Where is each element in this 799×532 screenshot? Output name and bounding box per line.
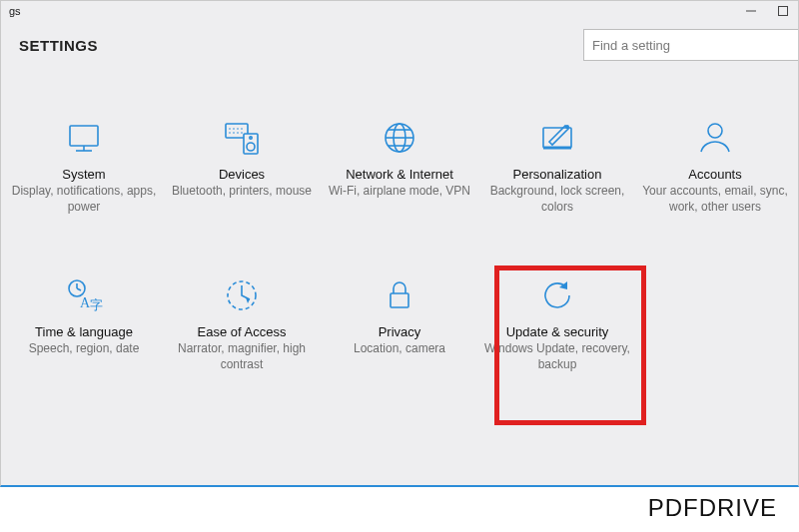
- settings-grid: System Display, notifications, apps, pow…: [1, 111, 798, 378]
- tile-title: Ease of Access: [198, 324, 287, 339]
- tile-desc: Narrator, magnifier, high contrast: [167, 341, 317, 372]
- tile-title: Update & security: [506, 324, 609, 339]
- time-language-icon: A 字: [63, 274, 105, 316]
- svg-text:字: 字: [90, 297, 103, 312]
- watermark: PDFDRIVE: [648, 494, 777, 522]
- maximize-button[interactable]: [774, 4, 792, 18]
- page-title: SETTINGS: [19, 37, 98, 54]
- tile-desc: Speech, region, date: [29, 341, 140, 357]
- tile-ease-of-access[interactable]: Ease of Access Narrator, magnifier, high…: [163, 268, 321, 378]
- tile-desc: Background, lock screen, colors: [482, 184, 632, 215]
- tile-desc: Bluetooth, printers, mouse: [172, 184, 312, 200]
- tile-privacy[interactable]: Privacy Location, camera: [321, 268, 478, 378]
- tile-time-language[interactable]: A 字 Time & language Speech, region, date: [5, 268, 163, 378]
- tile-desc: Windows Update, recovery, backup: [482, 341, 632, 372]
- tile-desc: Your accounts, email, sync, work, other …: [640, 184, 790, 215]
- tile-title: Accounts: [688, 167, 741, 182]
- tile-title: Personalization: [513, 167, 602, 182]
- titlebar: gs: [1, 1, 798, 21]
- tile-update-security[interactable]: Update & security Windows Update, recove…: [478, 268, 636, 378]
- tile-network[interactable]: Network & Internet Wi-Fi, airplane mode,…: [321, 111, 478, 221]
- keyboard-speaker-icon: [221, 117, 263, 159]
- tile-system[interactable]: System Display, notifications, apps, pow…: [5, 111, 163, 221]
- tile-title: Network & Internet: [346, 167, 453, 182]
- tile-personalization[interactable]: Personalization Background, lock screen,…: [478, 111, 636, 221]
- person-icon: [694, 117, 736, 159]
- svg-rect-2: [70, 126, 98, 146]
- svg-line-28: [77, 288, 81, 290]
- globe-icon: [379, 117, 420, 159]
- svg-point-24: [565, 125, 569, 129]
- svg-rect-1: [779, 7, 788, 16]
- update-icon: [536, 274, 578, 316]
- lock-icon: [379, 274, 420, 316]
- search-placeholder: Find a setting: [592, 38, 670, 53]
- tile-desc: Location, camera: [354, 341, 445, 357]
- tile-desc: Display, notifications, apps, power: [9, 184, 159, 215]
- svg-rect-33: [391, 293, 408, 307]
- ease-of-access-icon: [221, 274, 263, 316]
- tile-title: Devices: [219, 167, 265, 182]
- tile-devices[interactable]: Devices Bluetooth, printers, mouse: [163, 111, 321, 221]
- svg-marker-34: [559, 281, 567, 289]
- settings-window: gs SETTINGS Find a setting System Displa…: [0, 0, 799, 487]
- minimize-button[interactable]: [742, 4, 760, 18]
- tile-title: System: [62, 167, 105, 182]
- tile-desc: Wi-Fi, airplane mode, VPN: [329, 184, 470, 200]
- paint-icon: [536, 117, 578, 159]
- window-controls: [742, 4, 792, 18]
- search-input[interactable]: Find a setting: [583, 29, 798, 61]
- display-icon: [63, 117, 105, 159]
- svg-point-25: [708, 124, 722, 138]
- window-title-fragment: gs: [7, 5, 21, 17]
- header-row: SETTINGS Find a setting: [1, 21, 798, 61]
- tile-title: Privacy: [379, 324, 421, 339]
- tile-accounts[interactable]: Accounts Your accounts, email, sync, wor…: [636, 111, 794, 221]
- tile-title: Time & language: [35, 324, 133, 339]
